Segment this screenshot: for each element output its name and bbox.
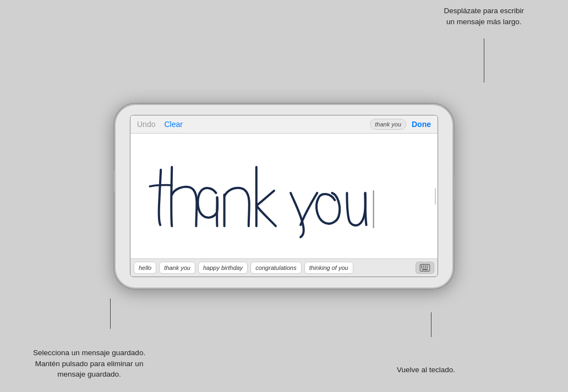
svg-rect-8 [425,267,426,268]
screen: Undo Clear thank you Done [130,115,438,277]
scene: Desplázate para escribirun mensaje más l… [0,0,568,392]
clear-button[interactable]: Clear [164,120,182,129]
suggestion-congratulations[interactable]: congratulations [250,262,302,274]
svg-rect-3 [423,266,424,267]
undo-button[interactable]: Undo [137,120,155,129]
preview-bubble: thank you [370,119,406,130]
toolbar-right: thank you Done [370,119,431,130]
svg-rect-4 [425,266,426,267]
writing-area[interactable] [130,134,438,258]
annotation-top: Desplázate para escribirun mensaje más l… [444,5,524,27]
annotation-bottom-left: Selecciona un mensaje guardado. Mantén p… [33,347,145,380]
keyboard-toggle-button[interactable] [416,262,434,274]
phone-side-button-left [112,170,114,192]
annotation-bl-3: mensaje guardado. [33,369,145,380]
toolbar-left: Undo Clear [137,120,183,129]
toolbar: Undo Clear thank you Done [130,115,438,134]
annotation-bl-1: Selecciona un mensaje guardado. [33,347,145,358]
annotation-bl-2: Mantén pulsado para eliminar un [33,358,145,369]
annotation-br: Vuelve al teclado. [397,365,455,376]
svg-rect-6 [421,267,422,268]
handwriting-canvas [130,134,438,258]
svg-rect-10 [422,269,428,270]
phone-device: Undo Clear thank you Done [113,103,455,290]
scroll-indicator [435,188,436,205]
suggestion-happy-birthday[interactable]: happy birthday [198,262,248,274]
phone-side-button-right [453,175,456,200]
annotation-line-bottom-left [110,299,111,329]
annotation-bottom-right: Vuelve al teclado. [397,365,455,376]
svg-rect-2 [421,266,422,267]
suggestion-hello[interactable]: hello [134,262,156,274]
suggestions-bar: hello thank you happy birthday congratul… [130,258,438,277]
done-button[interactable]: Done [412,120,431,129]
annotation-line-bottom-right [431,312,432,337]
svg-rect-7 [423,267,424,268]
keyboard-icon [419,264,430,272]
suggestion-thinking-of-you[interactable]: thinking of you [304,262,353,274]
svg-rect-5 [427,266,428,267]
svg-rect-9 [427,267,428,268]
annotation-line-top [484,38,484,82]
preview-text: thank you [375,121,401,128]
annotation-top-text: Desplázate para escribirun mensaje más l… [444,7,524,26]
suggestion-thank-you[interactable]: thank you [159,262,195,274]
